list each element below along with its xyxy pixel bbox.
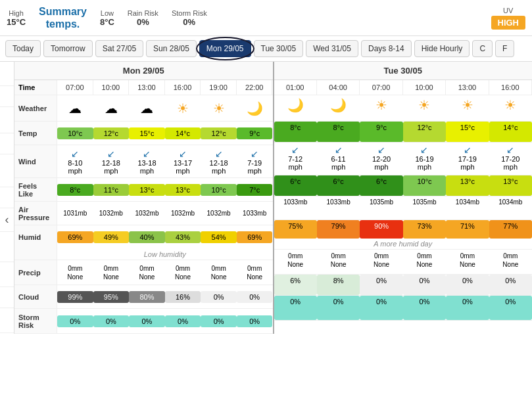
wind-cell: ↙7-19mph bbox=[237, 147, 273, 177]
pressure-cell: 1035mb bbox=[360, 196, 402, 219]
temp-cell: 15°c bbox=[129, 127, 165, 139]
cloud-cell: 16% bbox=[165, 291, 201, 303]
storm-cell: 0% bbox=[489, 296, 532, 320]
tab-sun[interactable]: Sun 28/05 bbox=[146, 40, 197, 57]
weather-cell: ☀ bbox=[446, 95, 489, 121]
wind-cell: ↙6-11mph bbox=[317, 143, 360, 175]
weather-cell: ☁ bbox=[93, 99, 130, 118]
cloud-cell: 95% bbox=[93, 291, 130, 303]
feels-cell: 11°c bbox=[93, 184, 130, 196]
tab-mon[interactable]: Mon 29/05 bbox=[199, 40, 251, 57]
rain-label: Rain Risk bbox=[128, 9, 158, 17]
uv-label: UV bbox=[491, 7, 526, 14]
high-value: 15°C bbox=[7, 17, 26, 27]
tab-celsius[interactable]: C bbox=[472, 40, 493, 57]
tab-tue[interactable]: Tue 30/05 bbox=[254, 40, 304, 57]
pressure-cell: 1034mb bbox=[446, 196, 489, 219]
humid-label: Humid bbox=[14, 225, 57, 249]
pressure-cell: 1032mb bbox=[129, 208, 165, 219]
storm-label: Storm Risk bbox=[172, 9, 207, 17]
tab-wed[interactable]: Wed 31/05 bbox=[306, 40, 358, 57]
day2-weather-cells: 🌙 🌙 ☀ ☀ ☀ ☀ bbox=[274, 95, 533, 121]
summary-title: Summarytemps. bbox=[39, 5, 87, 30]
day1-temp-row: Temp 10°c 12°c 15°c 14°c 12°c 9°c bbox=[14, 122, 273, 145]
day1-humid-note: Low humidity bbox=[57, 249, 273, 260]
temp-cell: 15°c bbox=[446, 122, 489, 142]
day2-section: Tue 30/05 01:00 04:00 07:00 10:00 13:00 … bbox=[274, 62, 533, 334]
tab-sat[interactable]: Sat 27/05 bbox=[95, 40, 143, 57]
wind-cell: ↙12-20mph bbox=[360, 143, 402, 175]
wind-cell: ↙12-18mph bbox=[93, 147, 130, 177]
day2-cloud-row: 6% 8% 0% 0% 0% 0% bbox=[274, 275, 533, 296]
pressure-cell: 1033mb bbox=[317, 196, 360, 219]
humid-cell: 73% bbox=[403, 220, 446, 239]
day2-humid-cells: 75% 79% 90% 73% 71% 77% bbox=[274, 220, 533, 239]
time-cell: 07:00 bbox=[57, 80, 93, 95]
day1-feels-cells: 8°c 11°c 13°c 13°c 10°c 7°c bbox=[57, 184, 273, 196]
scroll-column: ‹ bbox=[0, 62, 14, 334]
weather-cell: ☀ bbox=[165, 99, 201, 118]
time-cell: 07:00 bbox=[360, 80, 402, 95]
day1-feels-row: Feels Like 8°c 11°c 13°c 13°c 10°c 7°c bbox=[14, 178, 273, 202]
precip-label: Precip bbox=[14, 260, 57, 285]
day1-weather-cells: ☁ ☁ ☁ ☀ ☀ 🌙 bbox=[57, 99, 273, 118]
pressure-cell: 1031mb bbox=[57, 208, 93, 219]
storm-cell: 0% bbox=[317, 296, 360, 320]
day1-wind-cells: ↙8-10mph ↙12-18mph ↙13-18mph ↙13-17mph ↙… bbox=[57, 147, 273, 177]
day1-section: Mon 29/05 Time 07:00 10:00 13:00 16:00 1… bbox=[14, 62, 274, 334]
precip-cell: 0mmNone bbox=[360, 250, 402, 274]
tab-bar: Today Tomorrow Sat 27/05 Sun 28/05 Mon 2… bbox=[0, 36, 532, 62]
feels-cell: 6°c bbox=[317, 175, 360, 196]
wind-cell: ↙13-17mph bbox=[165, 147, 201, 177]
day2-header: Tue 30/05 bbox=[274, 62, 533, 80]
tab-today[interactable]: Today bbox=[5, 40, 41, 57]
tab-hide-hourly[interactable]: Hide Hourly bbox=[414, 40, 470, 57]
day1-humid-section: Humid 69% 49% 40% 43% 54% 69% Low humidi… bbox=[14, 225, 273, 260]
pressure-cell: 1033mb bbox=[237, 208, 273, 219]
cloud-cell: 0% bbox=[201, 291, 237, 303]
day1-humid-note-row: Low humidity bbox=[14, 249, 273, 260]
humid-cell: 69% bbox=[237, 231, 273, 243]
weather-cell: ☁ bbox=[129, 99, 165, 118]
day2-wind-cells: ↙7-12mph ↙6-11mph ↙12-20mph ↙16-19mph ↙1… bbox=[274, 143, 533, 175]
temp-cell: 12°c bbox=[201, 127, 237, 139]
weather-cell: ☀ bbox=[360, 95, 402, 121]
both-days: Mon 29/05 Time 07:00 10:00 13:00 16:00 1… bbox=[14, 62, 532, 334]
scroll-left-arrow[interactable]: ‹ bbox=[5, 213, 9, 227]
feels-cell: 13°c bbox=[446, 175, 489, 196]
temp-cell: 12°c bbox=[403, 122, 446, 142]
time-cell: 13:00 bbox=[446, 80, 489, 95]
day2-time-row: 01:00 04:00 07:00 10:00 13:00 16:00 bbox=[274, 80, 533, 95]
tab-fahrenheit[interactable]: F bbox=[495, 40, 514, 57]
weather-cell: 🌙 bbox=[237, 99, 273, 118]
wind-cell: ↙17-20mph bbox=[489, 143, 532, 175]
humid-cell: 90% bbox=[360, 220, 402, 239]
cloud-cell: 0% bbox=[446, 275, 489, 295]
wind-cell: ↙16-19mph bbox=[403, 143, 446, 175]
day1-cloud-cells: 99% 95% 80% 16% 0% 0% bbox=[57, 291, 273, 303]
header: High 15°C Summarytemps. Low 8°C Rain Ris… bbox=[0, 0, 532, 36]
storm-cell: 0% bbox=[274, 296, 317, 320]
storm-cell: 0% bbox=[165, 315, 201, 327]
day2-pressure-cells: 1033mb 1033mb 1035mb 1035mb 1034mb 1034m… bbox=[274, 196, 533, 219]
humid-cell: 75% bbox=[274, 220, 317, 239]
weather-cell: ☁ bbox=[57, 99, 93, 118]
day1-wind-row: Wind ↙8-10mph ↙12-18mph ↙13-18mph ↙13-17… bbox=[14, 145, 273, 178]
time-cell: 16:00 bbox=[489, 80, 532, 95]
rain-value: 0% bbox=[128, 17, 158, 27]
cloud-cell: 99% bbox=[57, 291, 93, 303]
storm-cell: 0% bbox=[360, 296, 402, 320]
feels-cell: 8°c bbox=[57, 184, 93, 196]
tab-days8[interactable]: Days 8-14 bbox=[361, 40, 412, 57]
storm-cell: 0% bbox=[201, 315, 237, 327]
day1-pressure-row: AirPressure 1031mb 1032mb 1032mb 1032mb … bbox=[14, 202, 273, 225]
day2-storm-row: 0% 0% 0% 0% 0% 0% bbox=[274, 296, 533, 321]
wind-cell: ↙17-19mph bbox=[446, 143, 489, 175]
humid-cell: 40% bbox=[129, 231, 165, 243]
weather-cell: ☀ bbox=[403, 95, 446, 121]
cloud-cell: 0% bbox=[360, 275, 402, 295]
storm-cell: 0% bbox=[403, 296, 446, 320]
humid-cell: 71% bbox=[446, 220, 489, 239]
temp-cell: 14°c bbox=[489, 122, 532, 142]
tab-tomorrow[interactable]: Tomorrow bbox=[43, 40, 93, 57]
